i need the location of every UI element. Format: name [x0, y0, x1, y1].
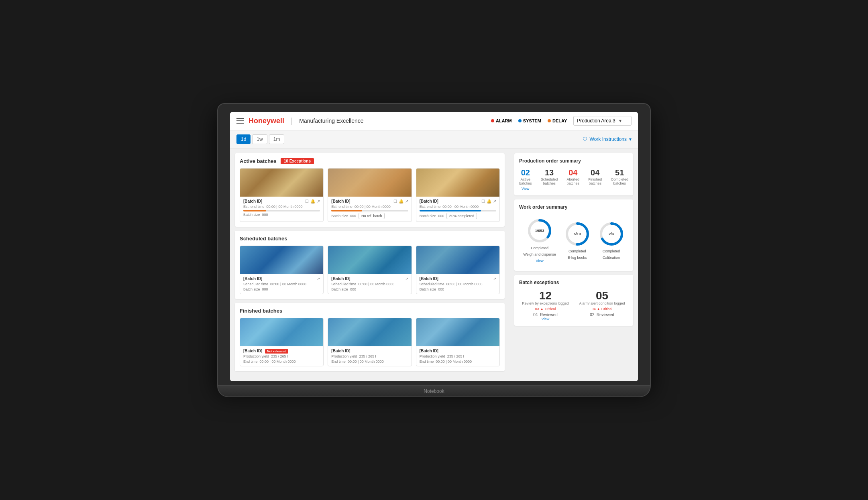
- time-1m-button[interactable]: 1m: [269, 134, 285, 144]
- batch-exceptions-section: Batch exceptions 12 Review by exceptions…: [514, 275, 633, 326]
- exc-reviewed: 02 Reviewed: [576, 313, 628, 317]
- hamburger-menu[interactable]: [236, 118, 244, 124]
- exc-number: 05: [576, 290, 628, 301]
- donut-fraction: 2/3: [609, 232, 614, 236]
- share-icon[interactable]: ↗: [493, 276, 496, 281]
- active-batches-header: Active batches 10 Exceptions: [240, 158, 500, 164]
- dropdown-chevron-icon: ▾: [619, 118, 621, 124]
- stat-completed-label: Completedbatches: [611, 177, 628, 186]
- exc-critical: 04 ▲ Critical: [576, 307, 628, 311]
- batch-info: [Batch ID] ☐ 🔔 ↗ Est. end time: [416, 197, 499, 222]
- batch-est-end: Est. end time 00:00 | 00 Month 0000: [243, 205, 320, 209]
- batch-size: Batch size 000: [331, 214, 356, 218]
- batch-action-icons[interactable]: ↗: [405, 276, 408, 281]
- batch-id-label: [Batch ID]: [243, 276, 262, 281]
- batch-id-label: [Batch ID]: [331, 276, 350, 281]
- active-batches-grid: [Batch ID] ☐ 🔔 ↗ Est. end time: [240, 168, 500, 222]
- batch-info: [Batch ID] ↗ Scheduled time 00:00 | 00 M…: [328, 274, 411, 294]
- active-batches-title: Active batches: [240, 158, 277, 164]
- donut-elog-books: 5/10 Completed E-log books: [564, 221, 590, 260]
- checkbox-icon[interactable]: ☐: [305, 199, 309, 203]
- batch-exceptions-title: Batch exceptions: [519, 280, 628, 285]
- work-order-summary: Work order summary 19/53: [514, 199, 633, 271]
- scheduled-batches-section: Scheduled batches [Batch ID]: [235, 231, 505, 299]
- batch-size: Batch size 000: [243, 287, 320, 291]
- progress-fill: [420, 210, 481, 211]
- batch-info: [Batch ID] Production yield 235 / 265 l …: [328, 346, 411, 366]
- batch-end-time: End time 00:00 | 00 Month 0000: [331, 360, 408, 364]
- alarm-label: ALARM: [496, 118, 512, 123]
- finished-batches-section: Finished batches [Batch ID]: [235, 303, 505, 371]
- donut-calibration: 2/3 Completed Calibration: [599, 221, 624, 260]
- stat-active-batches: 02 Activebatches View: [519, 169, 532, 191]
- header-right: ALARM SYSTEM DELAY Production Area 3 ▾: [491, 116, 632, 126]
- list-item: [Batch ID] Production yield 235 / 265 l …: [416, 318, 500, 366]
- work-order-charts: 19/53 Completed Weigh and dispense View: [519, 215, 628, 266]
- bell-icon[interactable]: 🔔: [487, 199, 491, 203]
- bell-icon[interactable]: 🔔: [399, 199, 403, 203]
- bell-icon[interactable]: 🔔: [310, 199, 315, 203]
- system-label: SYSTEM: [523, 118, 541, 123]
- batch-image: [416, 169, 499, 197]
- production-order-summary: Production order summary 02 Activebatche…: [514, 153, 633, 196]
- production-order-title: Production order summary: [519, 158, 628, 164]
- donut-view-link[interactable]: View: [536, 259, 543, 263]
- shield-icon: 🛡: [583, 136, 587, 142]
- time-filter-buttons: 1d 1w 1m: [236, 134, 284, 144]
- app-header: Honeywell | Manufacturing Excellence ALA…: [230, 112, 638, 130]
- alarm-status: ALARM: [491, 118, 512, 123]
- finished-batches-title: Finished batches: [240, 308, 282, 314]
- production-area-dropdown[interactable]: Production Area 3 ▾: [573, 116, 632, 126]
- stat-aborted-batches: 04 Abortedbatches: [566, 169, 579, 191]
- time-1d-button[interactable]: 1d: [236, 134, 251, 144]
- stat-finished-number: 04: [591, 169, 599, 177]
- batch-info: [Batch ID] Production yield 235 / 265 l …: [416, 346, 499, 366]
- stat-active-number: 02: [521, 169, 530, 177]
- checkbox-icon[interactable]: ☐: [393, 199, 397, 203]
- share-icon[interactable]: ↗: [405, 199, 408, 203]
- share-icon[interactable]: ↗: [317, 199, 320, 203]
- stat-scheduled-label: Scheduledbatches: [541, 177, 558, 186]
- batch-prod-yield: Production yield 235 / 265 l: [420, 354, 496, 358]
- batch-scheduled: Scheduled time 00:00 | 00 Month 0000: [243, 282, 320, 286]
- batch-action-icons[interactable]: ↗: [493, 276, 496, 281]
- time-1w-button[interactable]: 1w: [252, 134, 267, 144]
- laptop-base-label: Notebook: [424, 388, 444, 394]
- batch-size: Batch size 000: [331, 287, 408, 291]
- batch-image: [328, 318, 411, 346]
- batch-action-icons[interactable]: ↗: [317, 276, 320, 281]
- system-status: SYSTEM: [518, 118, 541, 123]
- header-separator: |: [291, 116, 293, 126]
- alarm-dot: [491, 119, 494, 122]
- batch-id-label: [Batch ID]: [331, 199, 350, 203]
- share-icon[interactable]: ↗: [493, 199, 496, 203]
- list-item: [Batch ID] Production yield 235 / 265 l …: [328, 318, 412, 366]
- stat-scheduled-batches: 13 Scheduledbatches: [541, 169, 558, 191]
- work-instructions-button[interactable]: 🛡 Work Instructions ▾: [583, 136, 632, 142]
- percent-complete-tooltip: 80% completed: [446, 213, 477, 219]
- stat-active-view[interactable]: View: [522, 187, 529, 191]
- finished-batches-header: Finished batches: [240, 308, 500, 314]
- stat-active-label: Activebatches: [519, 177, 532, 186]
- batch-action-icons[interactable]: ☐ 🔔 ↗: [481, 199, 496, 203]
- exc-view-link[interactable]: View: [519, 317, 572, 321]
- donut-wrap: 2/3: [599, 221, 624, 247]
- donut-weigh-dispense: 19/53 Completed Weigh and dispense View: [523, 218, 556, 263]
- batch-action-icons[interactable]: ☐ 🔔 ↗: [305, 199, 320, 203]
- exception-item-alarm: 05 Alarm/ alert condition logged 04 ▲ Cr…: [576, 290, 628, 321]
- batch-action-icons[interactable]: ☐ 🔔 ↗: [393, 199, 408, 203]
- share-icon[interactable]: ↗: [405, 276, 408, 281]
- scheduled-batches-header: Scheduled batches: [240, 236, 500, 242]
- stat-completed-batches: 51 Completedbatches: [611, 169, 628, 191]
- donut-wrap: 5/10: [564, 221, 590, 247]
- main-content: Active batches 10 Exceptions [Batch ID]: [230, 148, 638, 381]
- stat-finished-batches: 04 Finishedbatches: [588, 169, 602, 191]
- batch-end-time: End time 00:00 | 00 Month 0000: [420, 360, 496, 364]
- stat-aborted-label: Abortedbatches: [566, 177, 579, 186]
- no-ref-batch-tooltip: No ref. batch: [359, 213, 385, 219]
- exc-number: 12: [519, 290, 572, 301]
- app-title: Manufacturing Excellence: [299, 118, 363, 124]
- exc-critical: 03 ▲ Critical: [519, 307, 572, 311]
- share-icon[interactable]: ↗: [317, 276, 320, 281]
- checkbox-icon[interactable]: ☐: [481, 199, 485, 203]
